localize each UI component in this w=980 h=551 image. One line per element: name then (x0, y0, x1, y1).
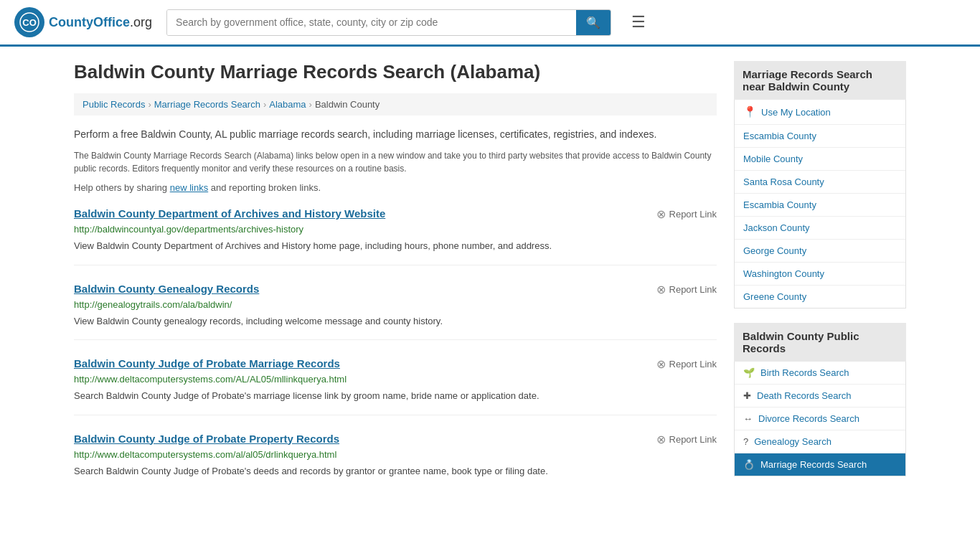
use-location-item[interactable]: 📍 Use My Location (735, 100, 905, 125)
nearby-washington[interactable]: Washington County (735, 263, 905, 286)
main-content: Baldwin County Marriage Records Search (… (74, 61, 717, 507)
public-records-header: Baldwin County Public Records (734, 323, 906, 362)
nearby-greene[interactable]: Greene County (735, 286, 905, 308)
report-link-0[interactable]: ⊗ Report Link (656, 207, 717, 221)
public-records-section: Baldwin County Public Records 🌱 Birth Re… (734, 323, 906, 476)
record-desc-2: Search Baldwin County Judge of Probate's… (74, 389, 717, 403)
birth-icon: 🌱 (743, 367, 755, 378)
nearby-george[interactable]: George County (735, 240, 905, 263)
breadcrumb-marriage-records[interactable]: Marriage Records Search (154, 99, 260, 110)
report-link-1[interactable]: ⊗ Report Link (656, 283, 717, 296)
nearby-jackson[interactable]: Jackson County (735, 217, 905, 240)
public-records-item-0[interactable]: 🌱 Birth Records Search (735, 362, 905, 385)
search-bar: 🔍 (166, 9, 611, 36)
site-header: CO CountyOffice.org 🔍 ☰ (0, 0, 980, 47)
main-container: Baldwin County Marriage Records Search (… (60, 47, 920, 521)
breadcrumb-sep-1: › (148, 99, 151, 110)
record-title-1[interactable]: Baldwin County Genealogy Records (74, 283, 259, 295)
logo-text: CountyOffice.org (49, 15, 152, 30)
record-desc-1: View Baldwin County genealogy records, i… (74, 314, 717, 329)
public-records-link-4[interactable]: Marriage Records Search (760, 459, 867, 470)
record-header-1: Baldwin County Genealogy Records ⊗ Repor… (74, 283, 717, 296)
record-header-0: Baldwin County Department of Archives an… (74, 207, 717, 221)
report-icon-3: ⊗ (656, 433, 666, 446)
hamburger-icon: ☰ (631, 13, 646, 31)
search-button[interactable]: 🔍 (576, 10, 611, 35)
report-link-2[interactable]: ⊗ Report Link (656, 357, 717, 371)
record-entry-2: Baldwin County Judge of Probate Marriage… (74, 357, 717, 415)
new-links-link[interactable]: new links (170, 182, 208, 193)
record-desc-0: View Baldwin County Department of Archiv… (74, 239, 717, 253)
use-location-link[interactable]: Use My Location (761, 107, 831, 118)
public-records-link-0[interactable]: Birth Records Search (760, 367, 849, 378)
page-title: Baldwin County Marriage Records Search (… (74, 61, 717, 83)
record-header-3: Baldwin County Judge of Probate Property… (74, 433, 717, 446)
public-records-link-1[interactable]: Death Records Search (757, 390, 852, 401)
nearby-escambia-1[interactable]: Escambia County (735, 125, 905, 148)
sidebar: Marriage Records Search near Baldwin Cou… (734, 61, 906, 507)
report-icon-0: ⊗ (656, 207, 666, 221)
search-icon: 🔍 (586, 17, 600, 29)
intro-paragraph-2: The Baldwin County Marriage Records Sear… (74, 149, 717, 175)
search-input[interactable] (167, 10, 576, 35)
record-url-1[interactable]: http://genealogytrails.com/ala/baldwin/ (74, 299, 717, 310)
record-desc-3: Search Baldwin County Judge of Probate's… (74, 464, 717, 479)
nearby-header: Marriage Records Search near Baldwin Cou… (734, 61, 906, 100)
svg-text:CO: CO (22, 17, 37, 28)
public-records-link-3[interactable]: Genealogy Search (754, 436, 831, 447)
record-url-0[interactable]: http://baldwincountyal.gov/departments/a… (74, 224, 717, 235)
public-records-item-3[interactable]: ? Genealogy Search (735, 430, 905, 453)
record-entry-3: Baldwin County Judge of Probate Property… (74, 433, 717, 490)
report-link-3[interactable]: ⊗ Report Link (656, 433, 717, 446)
nearby-list: 📍 Use My Location Escambia County Mobile… (734, 100, 906, 309)
public-records-link-2[interactable]: Divorce Records Search (758, 413, 859, 424)
record-entry-1: Baldwin County Genealogy Records ⊗ Repor… (74, 283, 717, 341)
nearby-escambia-2[interactable]: Escambia County (735, 194, 905, 217)
record-url-2[interactable]: http://www.deltacomputersystems.com/AL/A… (74, 374, 717, 385)
breadcrumb-sep-3: › (309, 99, 312, 110)
menu-button[interactable]: ☰ (626, 10, 651, 34)
record-entry-0: Baldwin County Department of Archives an… (74, 207, 717, 265)
record-title-0[interactable]: Baldwin County Department of Archives an… (74, 207, 385, 220)
marriage-icon: 💍 (743, 459, 755, 470)
public-records-list: 🌱 Birth Records Search ✚ Death Records S… (734, 362, 906, 476)
death-icon: ✚ (743, 390, 751, 401)
record-title-3[interactable]: Baldwin County Judge of Probate Property… (74, 433, 339, 445)
logo-icon: CO (14, 7, 44, 37)
location-icon: 📍 (743, 105, 757, 118)
report-icon-1: ⊗ (656, 283, 666, 296)
nearby-mobile[interactable]: Mobile County (735, 148, 905, 171)
nearby-section: Marriage Records Search near Baldwin Cou… (734, 61, 906, 309)
nearby-santa-rosa[interactable]: Santa Rosa County (735, 171, 905, 194)
breadcrumb-current: Baldwin County (315, 99, 380, 110)
genealogy-icon: ? (743, 436, 748, 447)
public-records-item-2[interactable]: ↔ Divorce Records Search (735, 408, 905, 430)
record-url-3[interactable]: http://www.deltacomputersystems.com/al/a… (74, 449, 717, 460)
public-records-item-1[interactable]: ✚ Death Records Search (735, 385, 905, 408)
report-icon-2: ⊗ (656, 357, 666, 371)
breadcrumb-alabama[interactable]: Alabama (269, 99, 306, 110)
help-text: Help others by sharing new links and rep… (74, 182, 717, 193)
record-header-2: Baldwin County Judge of Probate Marriage… (74, 357, 717, 371)
breadcrumb-sep-2: › (263, 99, 266, 110)
record-title-2[interactable]: Baldwin County Judge of Probate Marriage… (74, 357, 340, 369)
intro-paragraph-1: Perform a free Baldwin County, AL public… (74, 127, 717, 142)
records-list: Baldwin County Department of Archives an… (74, 207, 717, 489)
divorce-icon: ↔ (743, 413, 753, 424)
public-records-item-4[interactable]: 💍 Marriage Records Search (735, 453, 905, 476)
breadcrumb: Public Records › Marriage Records Search… (74, 93, 717, 116)
site-logo[interactable]: CO CountyOffice.org (14, 7, 152, 37)
breadcrumb-public-records[interactable]: Public Records (83, 99, 145, 110)
